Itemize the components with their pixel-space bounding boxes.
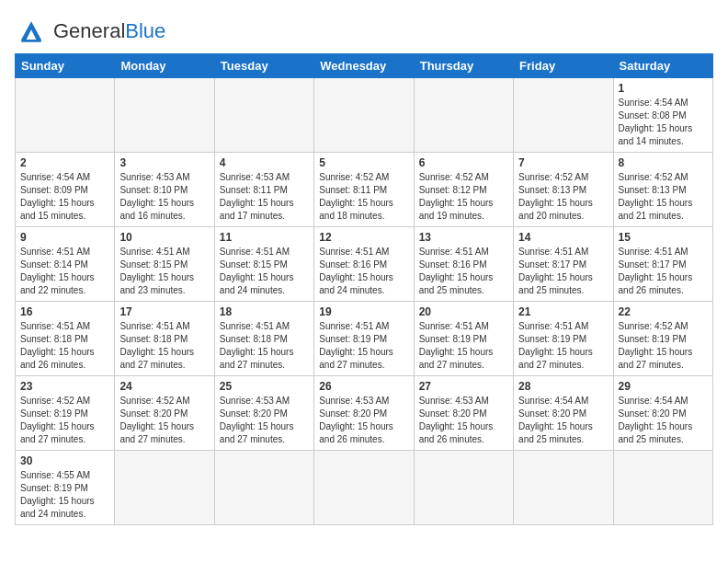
day-cell: 18Sunrise: 4:51 AMSunset: 8:18 PMDayligh… xyxy=(214,302,313,376)
day-cell: 27Sunrise: 4:53 AMSunset: 8:20 PMDayligh… xyxy=(414,376,513,451)
day-number: 17 xyxy=(119,305,209,318)
day-cell: 7Sunrise: 4:52 AMSunset: 8:13 PMDaylight… xyxy=(514,153,613,227)
day-number: 21 xyxy=(518,305,608,318)
day-cell xyxy=(115,78,214,153)
day-info: Sunrise: 4:52 AMSunset: 8:13 PMDaylight:… xyxy=(518,171,608,223)
day-info: Sunrise: 4:52 AMSunset: 8:20 PMDaylight:… xyxy=(119,395,209,446)
day-number: 10 xyxy=(119,231,209,244)
day-cell: 9Sunrise: 4:51 AMSunset: 8:14 PMDaylight… xyxy=(16,227,115,302)
day-number: 9 xyxy=(20,231,109,244)
day-cell: 1Sunrise: 4:54 AMSunset: 8:08 PMDaylight… xyxy=(613,78,712,153)
day-cell: 22Sunrise: 4:52 AMSunset: 8:19 PMDayligh… xyxy=(613,302,712,376)
day-info: Sunrise: 4:51 AMSunset: 8:17 PMDaylight:… xyxy=(518,246,608,297)
day-number: 15 xyxy=(619,231,708,244)
day-number: 7 xyxy=(518,156,608,169)
day-number: 6 xyxy=(419,156,508,169)
day-cell xyxy=(613,451,712,525)
col-header-tuesday: Tuesday xyxy=(214,54,313,78)
header-row: SundayMondayTuesdayWednesdayThursdayFrid… xyxy=(16,54,713,78)
day-cell xyxy=(514,451,613,525)
day-info: Sunrise: 4:55 AMSunset: 8:19 PMDaylight:… xyxy=(20,469,109,521)
day-cell xyxy=(414,78,513,153)
week-row-1: 2Sunrise: 4:54 AMSunset: 8:09 PMDaylight… xyxy=(16,153,713,227)
day-number: 26 xyxy=(319,380,408,393)
day-number: 12 xyxy=(319,231,408,244)
day-cell: 13Sunrise: 4:51 AMSunset: 8:16 PMDayligh… xyxy=(414,227,513,302)
logo-text: GeneralBlue xyxy=(53,21,165,41)
col-header-monday: Monday xyxy=(115,54,214,78)
day-number: 18 xyxy=(220,305,309,318)
day-info: Sunrise: 4:51 AMSunset: 8:16 PMDaylight:… xyxy=(419,246,508,297)
day-info: Sunrise: 4:52 AMSunset: 8:11 PMDaylight:… xyxy=(319,171,408,223)
day-info: Sunrise: 4:51 AMSunset: 8:17 PMDaylight:… xyxy=(619,246,708,297)
day-cell: 6Sunrise: 4:52 AMSunset: 8:12 PMDaylight… xyxy=(414,153,513,227)
week-row-0: 1Sunrise: 4:54 AMSunset: 8:08 PMDaylight… xyxy=(16,78,713,153)
day-cell: 20Sunrise: 4:51 AMSunset: 8:19 PMDayligh… xyxy=(414,302,513,376)
day-cell: 14Sunrise: 4:51 AMSunset: 8:17 PMDayligh… xyxy=(514,227,613,302)
header: GeneralBlue xyxy=(15,9,713,48)
week-row-5: 30Sunrise: 4:55 AMSunset: 8:19 PMDayligh… xyxy=(16,451,713,525)
day-info: Sunrise: 4:51 AMSunset: 8:16 PMDaylight:… xyxy=(319,246,408,297)
col-header-wednesday: Wednesday xyxy=(314,54,414,78)
day-cell: 21Sunrise: 4:51 AMSunset: 8:19 PMDayligh… xyxy=(514,302,613,376)
day-info: Sunrise: 4:51 AMSunset: 8:14 PMDaylight:… xyxy=(20,246,109,297)
day-cell xyxy=(115,451,214,525)
day-cell: 11Sunrise: 4:51 AMSunset: 8:15 PMDayligh… xyxy=(214,227,313,302)
day-cell: 8Sunrise: 4:52 AMSunset: 8:13 PMDaylight… xyxy=(613,153,712,227)
day-number: 8 xyxy=(619,156,708,169)
day-info: Sunrise: 4:52 AMSunset: 8:19 PMDaylight:… xyxy=(619,320,708,372)
day-cell xyxy=(314,78,414,153)
day-cell: 30Sunrise: 4:55 AMSunset: 8:19 PMDayligh… xyxy=(16,451,115,525)
day-info: Sunrise: 4:51 AMSunset: 8:18 PMDaylight:… xyxy=(119,320,209,372)
day-info: Sunrise: 4:54 AMSunset: 8:09 PMDaylight:… xyxy=(20,171,109,223)
day-number: 13 xyxy=(419,231,508,244)
day-cell: 25Sunrise: 4:53 AMSunset: 8:20 PMDayligh… xyxy=(214,376,313,451)
day-number: 3 xyxy=(119,156,209,169)
day-cell xyxy=(414,451,513,525)
day-cell: 16Sunrise: 4:51 AMSunset: 8:18 PMDayligh… xyxy=(16,302,115,376)
day-info: Sunrise: 4:53 AMSunset: 8:20 PMDaylight:… xyxy=(419,395,508,446)
day-number: 11 xyxy=(220,231,309,244)
day-number: 20 xyxy=(419,305,508,318)
day-info: Sunrise: 4:53 AMSunset: 8:20 PMDaylight:… xyxy=(220,395,309,446)
day-number: 14 xyxy=(518,231,608,244)
day-cell xyxy=(16,78,115,153)
day-info: Sunrise: 4:51 AMSunset: 8:18 PMDaylight:… xyxy=(20,320,109,372)
day-cell xyxy=(214,451,313,525)
day-number: 4 xyxy=(220,156,309,169)
day-info: Sunrise: 4:51 AMSunset: 8:19 PMDaylight:… xyxy=(319,320,408,372)
calendar-page: GeneralBlue SundayMondayTuesdayWednesday… xyxy=(0,0,728,534)
day-cell: 3Sunrise: 4:53 AMSunset: 8:10 PMDaylight… xyxy=(115,153,214,227)
day-number: 25 xyxy=(220,380,309,393)
day-number: 1 xyxy=(619,82,708,95)
day-cell: 2Sunrise: 4:54 AMSunset: 8:09 PMDaylight… xyxy=(16,153,115,227)
col-header-sunday: Sunday xyxy=(16,54,115,78)
day-cell: 10Sunrise: 4:51 AMSunset: 8:15 PMDayligh… xyxy=(115,227,214,302)
generalblue-icon xyxy=(15,15,48,48)
day-info: Sunrise: 4:51 AMSunset: 8:19 PMDaylight:… xyxy=(518,320,608,372)
day-number: 19 xyxy=(319,305,408,318)
day-info: Sunrise: 4:52 AMSunset: 8:13 PMDaylight:… xyxy=(619,171,708,223)
day-info: Sunrise: 4:51 AMSunset: 8:15 PMDaylight:… xyxy=(119,246,209,297)
day-number: 29 xyxy=(619,380,708,393)
day-cell: 4Sunrise: 4:53 AMSunset: 8:11 PMDaylight… xyxy=(214,153,313,227)
day-info: Sunrise: 4:52 AMSunset: 8:19 PMDaylight:… xyxy=(20,395,109,446)
day-cell: 24Sunrise: 4:52 AMSunset: 8:20 PMDayligh… xyxy=(115,376,214,451)
day-info: Sunrise: 4:52 AMSunset: 8:12 PMDaylight:… xyxy=(419,171,508,223)
day-cell: 12Sunrise: 4:51 AMSunset: 8:16 PMDayligh… xyxy=(314,227,414,302)
day-info: Sunrise: 4:51 AMSunset: 8:19 PMDaylight:… xyxy=(419,320,508,372)
day-number: 16 xyxy=(20,305,109,318)
day-cell: 15Sunrise: 4:51 AMSunset: 8:17 PMDayligh… xyxy=(613,227,712,302)
day-cell: 19Sunrise: 4:51 AMSunset: 8:19 PMDayligh… xyxy=(314,302,414,376)
col-header-friday: Friday xyxy=(514,54,613,78)
day-cell: 29Sunrise: 4:54 AMSunset: 8:20 PMDayligh… xyxy=(613,376,712,451)
day-number: 28 xyxy=(518,380,608,393)
week-row-4: 23Sunrise: 4:52 AMSunset: 8:19 PMDayligh… xyxy=(16,376,713,451)
day-info: Sunrise: 4:53 AMSunset: 8:11 PMDaylight:… xyxy=(220,171,309,223)
week-row-2: 9Sunrise: 4:51 AMSunset: 8:14 PMDaylight… xyxy=(16,227,713,302)
day-cell: 28Sunrise: 4:54 AMSunset: 8:20 PMDayligh… xyxy=(514,376,613,451)
day-number: 30 xyxy=(20,454,109,467)
day-number: 2 xyxy=(20,156,109,169)
day-info: Sunrise: 4:51 AMSunset: 8:15 PMDaylight:… xyxy=(220,246,309,297)
day-info: Sunrise: 4:54 AMSunset: 8:20 PMDaylight:… xyxy=(518,395,608,446)
